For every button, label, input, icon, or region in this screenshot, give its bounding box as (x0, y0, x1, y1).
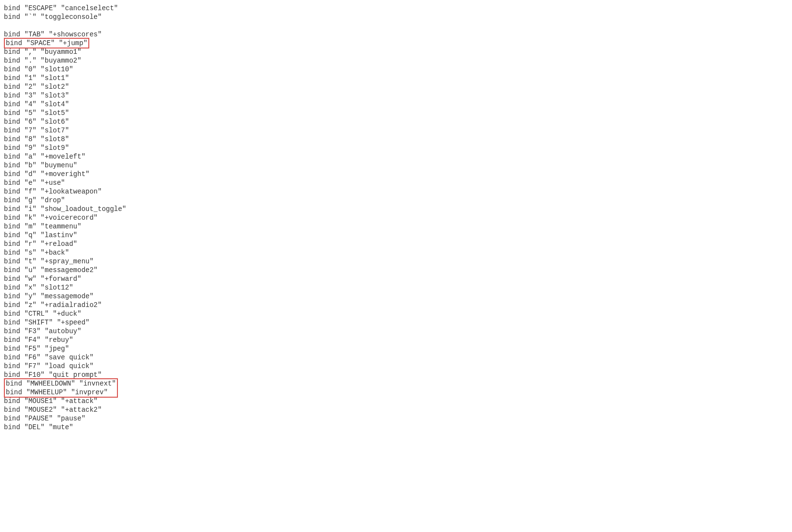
config-line: bind "," "buyammo1" (4, 48, 792, 56)
config-line: bind "MOUSE2" "+attack2" (4, 405, 792, 414)
config-line: bind "F6" "save quick" (4, 353, 792, 362)
config-line: bind "F7" "load quick" (4, 362, 792, 371)
config-line: bind "SPACE" "+jump" (4, 39, 792, 48)
config-line: bind "TAB" "+showscores" (4, 30, 792, 39)
config-line: bind "7" "slot7" (4, 126, 792, 135)
config-line: bind "0" "slot10" (4, 65, 792, 74)
config-line: bind "F10" "quit prompt" (4, 371, 792, 379)
config-line: bind "2" "slot2" (4, 82, 792, 91)
config-line: bind "y" "messagemode" (4, 292, 792, 301)
config-line: bind "MWHEELDOWN" "invnext" bind "MWHEEL… (4, 379, 792, 397)
config-line: bind "e" "+use" (4, 178, 792, 187)
config-line: bind "t" "+spray_menu" (4, 257, 792, 266)
config-line: bind "MOUSE1" "+attack" (4, 397, 792, 405)
config-line: bind "w" "+forward" (4, 274, 792, 283)
config-line: bind "SHIFT" "+speed" (4, 318, 792, 327)
config-line: bind "PAUSE" "pause" (4, 414, 792, 423)
config-line: bind "ESCAPE" "cancelselect" (4, 4, 792, 13)
config-line: bind "F5" "jpeg" (4, 344, 792, 353)
config-line: bind "g" "drop" (4, 196, 792, 205)
config-line: bind "5" "slot5" (4, 109, 792, 117)
highlighted-bind-group: bind "MWHEELDOWN" "invnext" bind "MWHEEL… (4, 378, 118, 398)
config-line: bind "F3" "autobuy" (4, 327, 792, 336)
config-line: bind "a" "+moveleft" (4, 152, 792, 161)
config-line (4, 21, 792, 30)
config-line: bind "q" "lastinv" (4, 231, 792, 240)
config-line: bind "CTRL" "+duck" (4, 309, 792, 318)
config-line: bind "k" "+voicerecord" (4, 213, 792, 222)
config-line: bind "." "buyammo2" (4, 56, 792, 65)
config-text-block: bind "ESCAPE" "cancelselect"bind "`" "to… (4, 4, 792, 432)
config-line: bind "r" "+reload" (4, 240, 792, 248)
config-line: bind "DEL" "mute" (4, 423, 792, 432)
config-line: bind "9" "slot9" (4, 144, 792, 152)
config-line: bind "b" "buymenu" (4, 161, 792, 170)
config-line: bind "4" "slot4" (4, 100, 792, 109)
config-line: bind "d" "+moveright" (4, 170, 792, 178)
config-line: bind "8" "slot8" (4, 135, 792, 144)
config-line: bind "m" "teammenu" (4, 222, 792, 231)
config-line: bind "z" "+radialradio2" (4, 301, 792, 309)
config-line: bind "`" "toggleconsole" (4, 13, 792, 21)
config-line: bind "6" "slot6" (4, 117, 792, 126)
config-line: bind "x" "slot12" (4, 283, 792, 292)
highlighted-bind: bind "SPACE" "+jump" (4, 38, 89, 48)
config-line: bind "s" "+back" (4, 248, 792, 257)
config-line: bind "i" "show_loadout_toggle" (4, 205, 792, 213)
config-line: bind "3" "slot3" (4, 91, 792, 100)
config-line: bind "F4" "rebuy" (4, 336, 792, 344)
config-line: bind "u" "messagemode2" (4, 266, 792, 274)
config-line: bind "f" "+lookatweapon" (4, 187, 792, 196)
config-line: bind "1" "slot1" (4, 74, 792, 82)
